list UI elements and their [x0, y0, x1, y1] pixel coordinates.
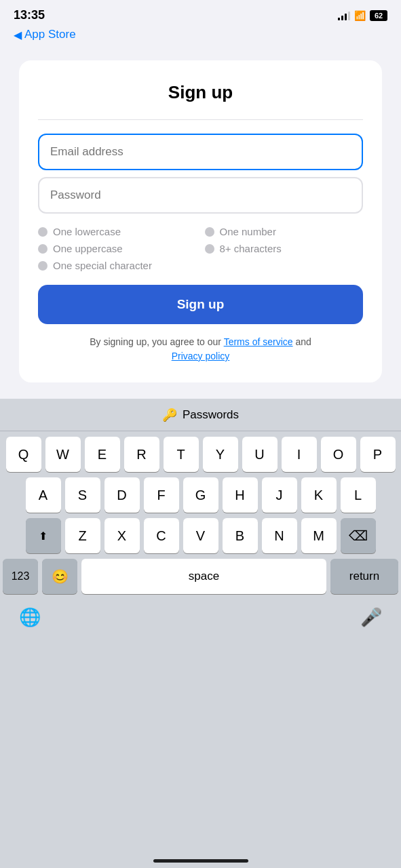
back-button[interactable]: ◀ App Store	[14, 28, 387, 41]
key-f[interactable]: F	[144, 477, 179, 513]
page-title: Sign up	[38, 82, 363, 103]
privacy-policy-link[interactable]: Privacy policy	[172, 351, 230, 361]
req-dot-length	[205, 244, 214, 254]
key-s[interactable]: S	[65, 477, 100, 513]
req-label-special: One special character	[53, 260, 152, 271]
passwords-bar-label: Passwords	[183, 408, 239, 422]
terms-text: By signing up, you agree to our Terms of…	[38, 335, 363, 363]
key-n[interactable]: N	[262, 518, 297, 553]
divider	[38, 119, 363, 120]
return-key[interactable]: return	[330, 559, 398, 594]
req-length: 8+ characters	[205, 243, 364, 254]
key-i[interactable]: I	[282, 437, 317, 472]
req-number: One number	[205, 226, 364, 237]
req-label-length: 8+ characters	[220, 243, 282, 254]
key-l[interactable]: L	[341, 477, 376, 513]
key-b[interactable]: B	[223, 518, 258, 553]
key-k[interactable]: K	[301, 477, 337, 513]
shift-key[interactable]: ⬆	[26, 518, 61, 553]
battery-indicator: 62	[370, 10, 387, 21]
status-bar: 13:35 📶 62	[0, 0, 401, 25]
req-uppercase: One uppercase	[38, 243, 197, 254]
key-p[interactable]: P	[360, 437, 396, 472]
back-label: App Store	[24, 28, 76, 41]
key-u[interactable]: U	[242, 437, 278, 472]
terms-of-service-link[interactable]: Terms of service	[224, 336, 293, 347]
key-y[interactable]: Y	[203, 437, 238, 472]
space-key[interactable]: space	[81, 559, 326, 594]
emoji-key[interactable]: 😊	[42, 559, 77, 594]
home-indicator	[153, 859, 248, 863]
req-label-lowercase: One lowercase	[53, 226, 121, 237]
email-field[interactable]	[38, 134, 363, 170]
status-icons: 📶 62	[338, 10, 387, 21]
req-dot-lowercase	[38, 227, 47, 237]
req-lowercase: One lowercase	[38, 226, 197, 237]
terms-middle: and	[293, 336, 311, 347]
numbers-key[interactable]: 123	[3, 559, 38, 594]
keyboard-row-1: Q W E R T Y U I O P	[3, 437, 398, 472]
keyboard-row-3: ⬆ Z X C V B N M ⌫	[3, 518, 398, 553]
wifi-icon: 📶	[354, 10, 366, 21]
key-o[interactable]: O	[321, 437, 356, 472]
key-m[interactable]: M	[301, 518, 337, 553]
key-r[interactable]: R	[124, 437, 159, 472]
globe-icon[interactable]: 🌐	[19, 607, 41, 628]
key-a[interactable]: A	[26, 477, 61, 513]
password-requirements: One lowercase One number One uppercase 8…	[38, 226, 363, 271]
signup-card: Sign up One lowercase One number One upp…	[19, 60, 382, 382]
key-w[interactable]: W	[45, 437, 81, 472]
microphone-icon[interactable]: 🎤	[360, 607, 382, 628]
key-q[interactable]: Q	[6, 437, 41, 472]
keyboard-rows: Q W E R T Y U I O P A S D F G H J K L ⬆ …	[0, 431, 401, 597]
key-z[interactable]: Z	[65, 518, 100, 553]
signal-icon	[338, 11, 350, 20]
signup-button[interactable]: Sign up	[38, 285, 363, 324]
key-icon: 🔑	[162, 408, 177, 422]
key-e[interactable]: E	[85, 437, 120, 472]
key-c[interactable]: C	[144, 518, 179, 553]
keyboard-area: 🔑 Passwords Q W E R T Y U I O P A S D F …	[0, 399, 401, 868]
passwords-bar[interactable]: 🔑 Passwords	[0, 399, 401, 431]
key-j[interactable]: J	[262, 477, 297, 513]
req-dot-number	[205, 227, 214, 237]
req-label-number: One number	[220, 226, 276, 237]
req-special: One special character	[38, 260, 197, 271]
status-time: 13:35	[14, 8, 45, 22]
req-label-uppercase: One uppercase	[53, 243, 123, 254]
key-d[interactable]: D	[104, 477, 140, 513]
keyboard-row-2: A S D F G H J K L	[3, 477, 398, 513]
req-dot-special	[38, 261, 47, 271]
password-field[interactable]	[38, 177, 363, 214]
req-dot-uppercase	[38, 244, 47, 254]
delete-key[interactable]: ⌫	[341, 518, 376, 553]
terms-prefix: By signing up, you agree to our	[90, 336, 223, 347]
chevron-left-icon: ◀	[14, 28, 22, 41]
keyboard-bottom-bar: 🌐 🎤	[0, 597, 401, 651]
key-h[interactable]: H	[223, 477, 258, 513]
card-area: Sign up One lowercase One number One upp…	[0, 47, 401, 399]
keyboard-row-4: 123 😊 space return	[3, 559, 398, 594]
key-t[interactable]: T	[164, 437, 199, 472]
key-v[interactable]: V	[183, 518, 218, 553]
key-g[interactable]: G	[183, 477, 218, 513]
key-x[interactable]: X	[104, 518, 140, 553]
back-navigation: ◀ App Store	[0, 25, 401, 47]
